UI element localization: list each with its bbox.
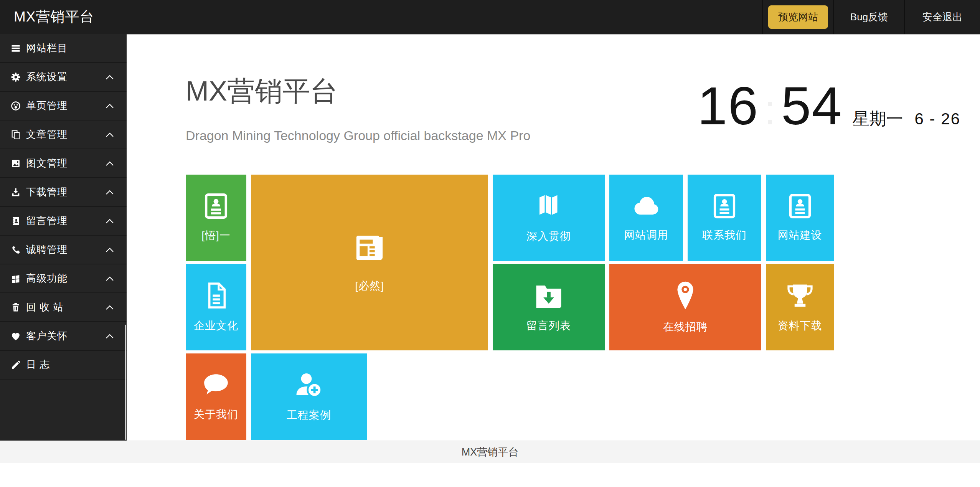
chevron-up-icon (105, 305, 114, 310)
menu-icon (10, 43, 21, 54)
tile-about-us[interactable]: 关于我们 (186, 353, 246, 440)
face-icon (10, 100, 21, 112)
sidebar-item-system-settings[interactable]: 系统设置 (0, 63, 127, 92)
hero-section: MX营销平台 Dragon Mining Technology Group of… (127, 35, 980, 175)
sidebar-item-downloads[interactable]: 下载管理 (0, 178, 127, 207)
tile-data-download[interactable]: 资料下载 (766, 264, 834, 350)
tile-online-recruitment[interactable]: 在线招聘 (609, 264, 761, 350)
chevron-up-icon (105, 247, 114, 253)
chevron-up-icon (105, 103, 114, 109)
tile-biran[interactable]: [必然] (251, 175, 488, 350)
top-header: MX营销平台 预览网站 Bug反馈 安全退出 (0, 0, 980, 34)
pages-icon (10, 129, 21, 140)
sidebar-item-recycle-bin[interactable]: 回 收 站 (0, 293, 127, 322)
clock-colon: : (764, 89, 776, 131)
sidebar: 网站栏目 系统设置 单页管理 文章管理 图文管理 (0, 34, 127, 441)
chevron-up-icon (105, 276, 114, 281)
sidebar-scrollbar[interactable] (125, 325, 126, 440)
gear-icon (10, 71, 21, 83)
preview-site-button[interactable]: 预览网站 (768, 5, 828, 29)
tile-message-list[interactable]: 留言列表 (493, 264, 605, 350)
contact-card-icon (204, 193, 228, 219)
sidebar-item-advanced[interactable]: 高级功能 (0, 264, 127, 293)
tile-site-construction[interactable]: 网站建设 (766, 175, 834, 261)
chevron-up-icon (105, 218, 114, 224)
clock-weekday: 星期一 (853, 107, 903, 130)
windows-icon (10, 273, 21, 284)
chevron-up-icon (105, 74, 114, 80)
document-icon (205, 282, 228, 309)
download-icon (10, 187, 21, 198)
tile-corporate-culture[interactable]: 企业文化 (186, 264, 246, 350)
map-icon (536, 192, 561, 220)
tile-project-cases[interactable]: 工程案例 (251, 353, 367, 440)
cloud-icon (631, 193, 662, 219)
preview-site-section: 预览网站 (762, 0, 833, 34)
tile-wu-yi[interactable]: [悟]一 (186, 175, 246, 261)
sidebar-item-single-page[interactable]: 单页管理 (0, 92, 127, 121)
logout-button[interactable]: 安全退出 (904, 0, 980, 34)
chevron-up-icon (105, 132, 114, 137)
chevron-up-icon (105, 161, 114, 166)
image-icon (10, 158, 21, 169)
sidebar-item-site-columns[interactable]: 网站栏目 (0, 34, 127, 63)
page-title: MX营销平台 (186, 73, 338, 110)
clock-minutes: 54 (781, 79, 843, 133)
trophy-icon (786, 282, 814, 309)
header-actions: 预览网站 Bug反馈 安全退出 (762, 0, 980, 34)
tile-contact-us[interactable]: 联系我们 (688, 175, 761, 261)
newspaper-icon (354, 232, 385, 263)
folder-download-icon (534, 282, 564, 309)
sidebar-item-customer-care[interactable]: 客户关怀 (0, 322, 127, 351)
sidebar-item-messages[interactable]: 留言管理 (0, 207, 127, 236)
bug-feedback-button[interactable]: Bug反馈 (833, 0, 904, 34)
heart-icon (10, 330, 21, 342)
sidebar-item-articles[interactable]: 文章管理 (0, 121, 127, 149)
clock-hours: 16 (698, 79, 759, 133)
sidebar-item-image-text[interactable]: 图文管理 (0, 149, 127, 178)
app-window: MX营销平台 预览网站 Bug反馈 安全退出 网站栏目 系统设置 单页管理 (0, 0, 980, 487)
phone-icon (10, 244, 21, 256)
sidebar-item-recruitment[interactable]: 诚聘管理 (0, 236, 127, 264)
chevron-up-icon (105, 333, 114, 339)
main-content: MX营销平台 Dragon Mining Technology Group of… (127, 34, 980, 441)
contact-book-icon (10, 215, 21, 227)
app-logo: MX营销平台 (0, 0, 94, 34)
footer-text: MX营销平台 (462, 445, 519, 459)
trash-icon (10, 302, 21, 313)
person-add-icon (294, 371, 324, 399)
chat-bubble-icon (202, 372, 230, 398)
sidebar-item-logs[interactable]: 日 志 (0, 351, 127, 380)
contact-card-icon (789, 193, 812, 219)
tile-grid: [悟]一 [必然] 深入贯彻 网站调用 联系我们 (186, 175, 834, 440)
location-pin-icon (674, 281, 696, 310)
tile-deep-implementation[interactable]: 深入贯彻 (493, 175, 605, 261)
clock: 16 : 54 星期一 6 - 26 (698, 79, 960, 133)
contact-card-icon (713, 193, 736, 219)
clock-date: 6 - 26 (915, 110, 960, 128)
chevron-up-icon (105, 190, 114, 195)
tile-site-api[interactable]: 网站调用 (609, 175, 683, 261)
pencil-icon (10, 359, 21, 371)
page-footer: MX营销平台 (0, 441, 980, 463)
page-subtitle: Dragon Mining Technology Group official … (186, 128, 530, 143)
